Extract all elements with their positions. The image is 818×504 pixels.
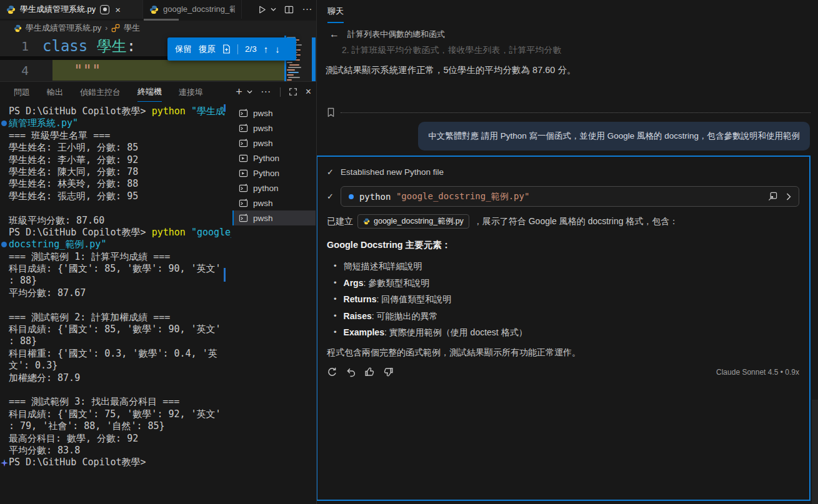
terminal-line: PS D:\GitHub Copilot教學> python "學生成 — [0, 106, 231, 117]
close-panel-icon[interactable]: × — [306, 86, 311, 97]
terminal-line: === 測試範例 1: 計算平均成績 === — [0, 251, 231, 263]
docstring-elements-list: •簡短描述和詳細說明•Args: 參數類型和說明•Returns: 回傳值類型和… — [327, 261, 799, 338]
terminal-list-label: pwsh — [253, 214, 273, 223]
bullet-dot: • — [334, 261, 337, 272]
line-number: 4 — [0, 63, 42, 78]
insert-into-terminal-icon[interactable] — [768, 192, 777, 201]
panel-tab-1[interactable]: 輸出 — [47, 82, 63, 102]
back-icon[interactable]: ← — [329, 29, 339, 40]
tab-google-docstring[interactable]: google_docstring_範' — [143, 0, 242, 19]
created-file-line: 已建立 google_docstring_範例.py ，展示了符合 Google… — [327, 214, 799, 229]
split-editor-icon[interactable] — [284, 5, 294, 14]
tab-student-grade-system[interactable]: 學生成績管理系統.py × — [0, 0, 143, 19]
terminal-dropdown-chevron-icon[interactable] — [247, 90, 252, 94]
terminal-command-chip[interactable]: python "google_docstring_範例.py" — [341, 186, 799, 207]
terminal-list-label: pwsh — [253, 139, 273, 148]
new-terminal-icon[interactable]: + — [236, 86, 242, 99]
terminal-list-label: Python — [253, 169, 279, 178]
terminal-list-item-pwsh[interactable]: pwsh — [232, 106, 316, 121]
run-terminal-icon — [239, 169, 248, 178]
editor-actions: … — [257, 0, 312, 19]
terminal-list-item-Python[interactable]: Python — [232, 166, 316, 180]
code-line-4: 4 """ — [0, 60, 284, 81]
terminal-list-item-pwsh[interactable]: pwsh — [232, 136, 316, 151]
run-dropdown-chevron-icon[interactable] — [271, 7, 276, 11]
keep-file-icon[interactable] — [222, 44, 231, 54]
minimap-code-bar — [288, 67, 301, 68]
terminal-line — [0, 299, 231, 311]
command-step-row: ✓ python "google_docstring_範例.py" — [327, 186, 799, 207]
chevron-right-icon[interactable] — [786, 193, 791, 200]
keep-button[interactable]: 保留 — [175, 44, 192, 55]
panel-tab-0[interactable]: 問題 — [14, 82, 30, 102]
undo-edits-icon[interactable] — [346, 367, 356, 377]
terminal-line: 科目成績: {'國文': 85, '數學': 90, '英文' — [0, 324, 231, 335]
minimap-code-bar — [287, 79, 292, 81]
pending-edits-icon[interactable] — [100, 5, 109, 14]
minimap-code-bar — [287, 69, 295, 71]
terminal-list-item-Python[interactable]: Python — [232, 151, 316, 166]
response-footer: 程式包含兩個完整的函式範例，測試結果顯示所有功能正常運作。 — [327, 347, 799, 358]
file-chip-label: google_docstring_範例.py — [374, 216, 464, 227]
copilot-sparkle-icon[interactable] — [1, 459, 8, 467]
terminal-line: 最高分科目: 數學, 分數: 92 — [0, 433, 231, 445]
chat-scrollbar[interactable] — [812, 400, 818, 504]
file-chip[interactable]: google_docstring_範例.py — [357, 214, 469, 229]
command-decoration-icon[interactable] — [1, 242, 7, 247]
terminal-output[interactable]: PS D:\GitHub Copilot教學> python "學生成績管理系統… — [0, 106, 231, 504]
line-number: 1 — [0, 39, 42, 54]
breadcrumb-symbol[interactable]: 學生 — [124, 22, 140, 34]
terminal-line: === 測試範例 2: 計算加權成績 === — [0, 312, 231, 324]
chat-header: ← 計算列表中偶數的總和函式 — [317, 26, 818, 42]
terminal-list-item-python[interactable]: python — [232, 180, 316, 195]
breadcrumb-file[interactable]: 學生成績管理系統.py — [26, 22, 101, 34]
toolbar-divider — [237, 44, 238, 54]
previous-change-icon[interactable]: ↑ — [264, 44, 269, 54]
more-actions-icon[interactable]: … — [302, 1, 312, 13]
code-docstring: """ — [74, 62, 101, 79]
terminal-list-item-pwsh[interactable]: pwsh — [232, 210, 316, 225]
thumbs-up-icon[interactable] — [364, 367, 375, 377]
run-python-file-icon[interactable] — [257, 5, 267, 14]
terminal-line: 科目權重: {'國文': 0.3, '數學': 0.4, '英 — [0, 348, 231, 360]
terminal-icon — [239, 139, 248, 148]
terminal-line: : 88} — [0, 275, 231, 287]
terminal-line: 平均分數: 87.67 — [0, 287, 231, 299]
panel-tab-4[interactable]: 連接埠 — [179, 82, 203, 102]
terminal-line — [0, 384, 231, 396]
close-icon[interactable]: × — [115, 5, 121, 14]
terminal-list-item-pwsh[interactable]: pwsh — [232, 121, 316, 136]
bullet-dot: • — [334, 278, 337, 289]
terminal-line: 學生姓名: 王小明, 分數: 85 — [0, 142, 231, 154]
panel-more-icon[interactable]: … — [261, 83, 272, 96]
command-status-dot-icon — [349, 194, 354, 199]
code-keyword: class — [42, 37, 97, 55]
assistant-result-line: 測試結果顯示系統運作正常，5位學生的平均分數為 87.60 分。 — [326, 64, 576, 76]
editor-scrollbar[interactable] — [312, 37, 316, 81]
breadcrumb[interactable]: 學生成績管理系統.py › 學生 — [0, 21, 316, 36]
terminal-command-marker — [224, 104, 226, 112]
terminal-instance-list: pwshpwshpwshPythonPythonpythonpwshpwsh — [232, 106, 316, 225]
next-change-icon[interactable]: ↓ — [275, 44, 280, 54]
response-heading: Google Docstring 主要元素： — [327, 239, 799, 251]
command-decoration-icon[interactable] — [1, 121, 7, 126]
tab-chat[interactable]: 聊天 — [327, 6, 344, 23]
editor-and-panel-column: 學生成績管理系統.py × google_docstring_範' … — [0, 0, 316, 504]
response-actions: Claude Sonnet 4.5 • 0.9x — [327, 367, 799, 377]
thumbs-down-icon[interactable] — [383, 367, 394, 377]
terminal-line: 文': 0.3} — [0, 360, 231, 372]
bottom-panel: 問題輸出偵錯主控台終端機連接埠 + … × PS D:\GitHub Copil… — [0, 81, 316, 504]
terminal-line: : 88} — [0, 335, 231, 347]
regenerate-icon[interactable] — [327, 367, 337, 377]
python-file-icon — [149, 5, 159, 14]
terminal-list-item-pwsh[interactable]: pwsh — [232, 195, 316, 210]
docstring-element-item: •簡短描述和詳細說明 — [327, 261, 799, 272]
tab-label: 學生成績管理系統.py — [20, 4, 96, 15]
panel-tab-2[interactable]: 偵錯主控台 — [80, 82, 121, 102]
panel-tab-3[interactable]: 終端機 — [137, 82, 162, 102]
bookmark-icon[interactable] — [327, 107, 335, 117]
maximize-panel-icon[interactable] — [289, 87, 297, 96]
terminal-line: 學生姓名: 林美玲, 分數: 88 — [0, 178, 231, 190]
terminal-line: 科目成績: {'國文': 75, '數學': 92, '英文' — [0, 408, 231, 420]
undo-button[interactable]: 復原 — [199, 44, 216, 55]
